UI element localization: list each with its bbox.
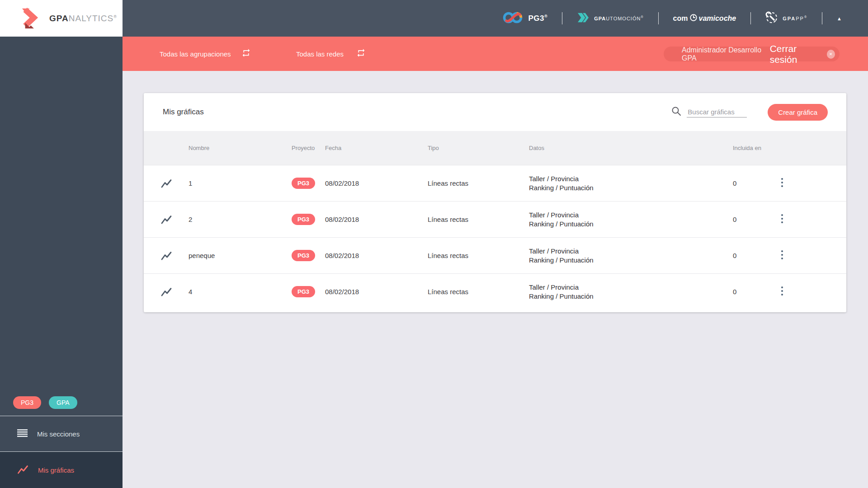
gpanalytics-logo-icon — [21, 6, 44, 31]
row-type: Líneas rectas — [424, 216, 525, 223]
redes-selector[interactable]: Todas las redes — [296, 50, 344, 58]
sidebar: PG3 GPA Mis secciones Mis gráficas — [0, 37, 123, 488]
table-row: peneque PG3 08/02/2018 Líneas rectas Tal… — [144, 237, 846, 273]
sidebar-item-mis-graficas[interactable]: Mis gráficas — [0, 452, 123, 488]
row-data: Taller / Provincia Ranking / Puntuación — [525, 247, 729, 265]
app-logo-box: GPANALYTICS® — [0, 0, 123, 37]
user-name: Administrador Desarrollo GPA — [682, 46, 770, 62]
pg3-logo-text: PG3® — [528, 14, 547, 23]
header-divider — [658, 12, 659, 24]
row-name: 4 — [184, 288, 288, 296]
table-row: 1 PG3 08/02/2018 Líneas rectas Taller / … — [144, 165, 846, 201]
create-chart-button[interactable]: Crear gráfica — [768, 104, 828, 121]
search-input[interactable] — [687, 107, 747, 117]
col-proyecto: Proyecto — [288, 145, 321, 151]
chart-line-icon — [144, 178, 184, 188]
row-data: Taller / Provincia Ranking / Puntuación — [525, 283, 729, 301]
row-menu-button[interactable] — [777, 212, 787, 227]
row-included-count: 0 — [729, 179, 769, 187]
agrupaciones-selector[interactable]: Todas las agrupaciones — [160, 50, 231, 58]
logout-button[interactable]: Cerrar sesión — [770, 43, 822, 65]
sections-icon — [17, 429, 28, 438]
row-date: 08/02/2018 — [321, 216, 424, 223]
chart-line-icon — [144, 287, 184, 297]
row-data: Taller / Provincia Ranking / Puntuación — [525, 211, 729, 229]
collapse-header-arrow[interactable]: ▲ — [837, 16, 842, 21]
gpapp-logo: GPAPP® — [765, 11, 807, 26]
gpautomocion-logo-text: GPAUTOMOCIÓN® — [594, 15, 643, 21]
sidebar-badge-pg3[interactable]: PG3 — [13, 396, 41, 409]
table-row: 4 PG3 08/02/2018 Líneas rectas Taller / … — [144, 273, 846, 310]
compravamicoche-logo: com vamicoche — [673, 14, 736, 23]
table-header: Nombre Proyecto Fecha Tipo Datos Incluid… — [144, 131, 846, 165]
header-divider — [822, 12, 822, 24]
sidebar-item-label: Mis secciones — [37, 430, 80, 438]
sidebar-item-mis-secciones[interactable]: Mis secciones — [0, 416, 123, 451]
filter-bar: Todas las agrupaciones Todas las redes A… — [123, 37, 868, 71]
row-type: Líneas rectas — [424, 288, 525, 296]
row-included-count: 0 — [729, 252, 769, 259]
project-badge: PG3 — [292, 286, 315, 297]
row-date: 08/02/2018 — [321, 252, 424, 259]
swap-agrupaciones-icon[interactable] — [241, 48, 251, 60]
project-badge: PG3 — [292, 178, 315, 189]
col-datos: Datos — [525, 145, 729, 151]
user-session-pill: Administrador Desarrollo GPA Cerrar sesi… — [664, 47, 840, 61]
row-menu-button[interactable] — [777, 248, 787, 263]
logout-icon[interactable]: ✕ — [827, 50, 835, 59]
row-included-count: 0 — [729, 216, 769, 223]
gpapp-wrench-icon — [765, 11, 778, 26]
row-type: Líneas rectas — [424, 252, 525, 259]
row-name: 2 — [184, 216, 288, 223]
swap-redes-icon[interactable] — [356, 48, 366, 60]
pg3-logo: PG3® — [503, 11, 547, 26]
row-date: 08/02/2018 — [321, 288, 424, 296]
row-date: 08/02/2018 — [321, 179, 424, 187]
gpautomocion-logo: GPAUTOMOCIÓN® — [577, 12, 643, 25]
row-menu-button[interactable] — [777, 176, 787, 191]
gpapp-logo-text: GPAPP® — [783, 15, 807, 21]
gpanalytics-logo-text: GPANALYTICS® — [49, 14, 117, 23]
table-row: 2 PG3 08/02/2018 Líneas rectas Taller / … — [144, 201, 846, 237]
main-content: Mis gráficas Crear gráfica Nombre Proyec… — [123, 71, 868, 488]
col-fecha: Fecha — [321, 145, 424, 151]
col-nombre: Nombre — [184, 145, 288, 151]
chart-line-icon — [17, 465, 28, 476]
row-included-count: 0 — [729, 288, 769, 296]
header-divider — [750, 12, 751, 24]
project-badge: PG3 — [292, 250, 315, 261]
row-menu-button[interactable] — [777, 284, 787, 299]
sidebar-badge-gpa[interactable]: GPA — [49, 396, 77, 409]
pg3-infinity-icon — [503, 11, 524, 26]
row-name: peneque — [184, 252, 288, 259]
gpautomocion-arrow-icon — [577, 12, 590, 25]
chart-line-icon — [144, 251, 184, 261]
col-tipo: Tipo — [424, 145, 525, 151]
row-name: 1 — [184, 179, 288, 187]
clock-icon — [689, 14, 698, 23]
col-incluida: Incluida en — [729, 145, 769, 151]
header-divider — [562, 12, 562, 24]
row-data: Taller / Provincia Ranking / Puntuación — [525, 174, 729, 192]
sidebar-item-label: Mis gráficas — [38, 466, 74, 474]
search-icon[interactable] — [671, 106, 681, 118]
row-type: Líneas rectas — [424, 179, 525, 187]
project-badge: PG3 — [292, 214, 315, 225]
page-title: Mis gráficas — [163, 108, 204, 117]
top-header: PG3® GPAUTOMOCIÓN® com vamicoche — [123, 0, 868, 37]
charts-card: Mis gráficas Crear gráfica Nombre Proyec… — [144, 93, 846, 312]
chart-line-icon — [144, 215, 184, 225]
